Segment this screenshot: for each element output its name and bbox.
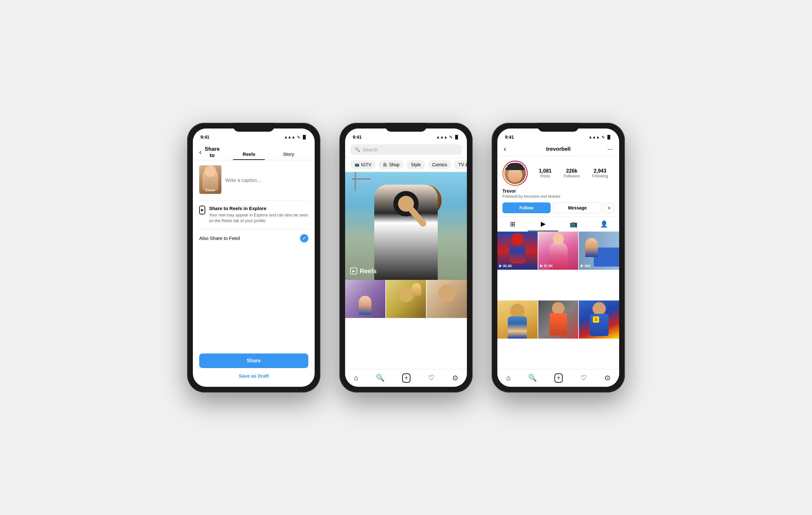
signal-icon-3: ▲▲▲ bbox=[588, 135, 600, 139]
grid-item-4[interactable] bbox=[497, 301, 538, 339]
tab-story[interactable]: Story bbox=[269, 148, 308, 160]
play-icon-1 bbox=[499, 264, 502, 267]
view-count-1: 30.2K bbox=[499, 264, 512, 268]
back-button[interactable]: ‹ bbox=[199, 148, 201, 156]
view-count-3: 45K bbox=[581, 264, 590, 268]
cover-thumbnail[interactable]: Cover bbox=[199, 165, 222, 194]
mini-cell-2 bbox=[386, 280, 426, 318]
grid-item-5[interactable] bbox=[538, 301, 579, 339]
status-icons-1: ▲▲▲ ∿ ▐▌ bbox=[284, 135, 307, 139]
signal-icon-2: ▲▲▲ bbox=[436, 135, 447, 139]
home-icon-p3[interactable]: ⌂ bbox=[506, 374, 510, 382]
stat-posts: 1,081 Posts bbox=[539, 168, 552, 178]
battery-icon-2: ▐▌ bbox=[454, 135, 459, 139]
gym-img bbox=[538, 301, 579, 339]
also-share-label: Also Share to Feed bbox=[199, 235, 240, 241]
heart-icon-p3[interactable]: ♡ bbox=[580, 374, 587, 382]
share-button[interactable]: Share bbox=[199, 353, 308, 368]
stat-posts-label: Posts bbox=[539, 174, 552, 178]
category-style[interactable]: Style bbox=[406, 160, 425, 169]
wifi-icon-2: ∿ bbox=[449, 135, 452, 139]
main-explore-image: ▶ Reels bbox=[345, 172, 467, 280]
tab-grid[interactable]: ⊞ bbox=[497, 217, 528, 231]
add-icon-p2[interactable]: + bbox=[402, 373, 411, 383]
signal-icon: ▲▲▲ bbox=[284, 135, 295, 139]
search-bar[interactable]: 🔍 Search bbox=[350, 144, 462, 155]
home-icon-p2[interactable]: ⌂ bbox=[354, 374, 358, 382]
profile-info-row: 1,081 Posts 226k Followers 2,943 Followi… bbox=[497, 156, 619, 189]
share-explore-row: ▶ Share to Reels in Explore Your reel ma… bbox=[199, 200, 308, 229]
search-nav-icon-p2[interactable]: 🔍 bbox=[376, 374, 384, 382]
reels-icon-small: ▶ bbox=[199, 206, 205, 214]
stat-posts-num: 1,081 bbox=[539, 168, 552, 174]
search-icon-p3[interactable]: 🔍 bbox=[528, 374, 537, 382]
boy-img bbox=[497, 301, 538, 339]
battery-icon-3: ▐▌ bbox=[606, 135, 612, 139]
category-shop[interactable]: 🛍️ Shop bbox=[378, 160, 404, 169]
basketball-scene: ▶ Reels bbox=[345, 172, 467, 280]
profile-icon-p3[interactable]: ⊙ bbox=[605, 374, 610, 382]
profile-display-name: Trevor bbox=[502, 189, 614, 194]
status-time-1: 9:41 bbox=[200, 135, 209, 140]
avatar bbox=[503, 162, 527, 185]
play-icon-3 bbox=[581, 264, 583, 267]
category-igtv[interactable]: 📺 IGTV bbox=[350, 160, 376, 169]
view-count-2: 37.3K bbox=[540, 264, 553, 268]
stat-followers: 226k Followers bbox=[563, 168, 580, 178]
avatar-ring bbox=[502, 161, 528, 186]
also-share-checkbox[interactable]: ✓ bbox=[300, 234, 308, 242]
profile-tabs-row: ⊞ ▶ 📺 👤 bbox=[497, 217, 619, 232]
phones-container: 9:41 ▲▲▲ ∿ ▐▌ ‹ Share to Reels Story bbox=[187, 123, 625, 393]
notch-2 bbox=[385, 123, 427, 132]
explore-grid: ▶ Reels bbox=[345, 172, 467, 369]
also-share-row: Also Share to Feed ✓ bbox=[199, 229, 308, 248]
tab-tagged[interactable]: 👤 bbox=[589, 217, 619, 231]
followed-by-text: Followed by kenzoere and eloears bbox=[502, 194, 614, 199]
share-header: ‹ Share to Reels Story bbox=[193, 142, 315, 160]
avatar-hat bbox=[507, 163, 523, 169]
caption-input[interactable] bbox=[225, 165, 308, 194]
profile-header-bar: ‹ trevorbell ··· bbox=[497, 142, 619, 156]
phone3-content: ‹ trevorbell ··· 1,081 bbox=[497, 142, 619, 387]
stat-following-num: 2,943 bbox=[592, 168, 608, 174]
caption-row: Cover bbox=[199, 165, 308, 194]
phone-2: 9:41 ▲▲▲ ∿ ▐▌ 🔍 Search 📺 IGT bbox=[339, 123, 473, 393]
category-comics[interactable]: Comics bbox=[428, 160, 452, 169]
mini-cell-3 bbox=[427, 280, 467, 318]
grid-item-2[interactable]: 37.3K bbox=[538, 232, 579, 270]
profile-icon-p2[interactable]: ⊙ bbox=[452, 374, 458, 382]
phone2-navbar: ⌂ 🔍 + ♡ ⊙ bbox=[345, 369, 467, 387]
grid-item-1[interactable]: 30.2K bbox=[497, 232, 538, 270]
search-placeholder: Search bbox=[362, 147, 378, 152]
grid-item-3[interactable]: 45K bbox=[579, 232, 619, 270]
wifi-icon-3: ∿ bbox=[601, 135, 605, 139]
phone-1: 9:41 ▲▲▲ ∿ ▐▌ ‹ Share to Reels Story bbox=[187, 123, 320, 393]
add-icon-p3[interactable]: + bbox=[554, 373, 563, 383]
grid-item-6[interactable]: S bbox=[579, 301, 619, 339]
search-bar-row: 🔍 Search bbox=[345, 142, 467, 158]
stat-followers-num: 226k bbox=[563, 168, 580, 174]
tab-reels[interactable]: Reels bbox=[229, 148, 269, 160]
tab-igtv-profile[interactable]: 📺 bbox=[558, 217, 589, 231]
follow-button[interactable]: Follow bbox=[502, 202, 551, 213]
more-options-button[interactable]: ··· bbox=[607, 145, 613, 153]
category-tv[interactable]: TV & Movie bbox=[454, 160, 467, 169]
profile-back-button[interactable]: ‹ bbox=[504, 145, 506, 153]
message-button[interactable]: Message bbox=[553, 202, 602, 213]
dropdown-button[interactable]: ∨ bbox=[604, 202, 614, 213]
stat-following: 2,943 Following bbox=[592, 168, 608, 178]
share-title: Share to bbox=[205, 146, 220, 159]
search-icon: 🔍 bbox=[355, 147, 360, 152]
profile-name-row: Trevor Followed by kenzoere and eloears bbox=[497, 189, 619, 200]
action-buttons-row: Follow Message ∨ bbox=[497, 200, 619, 217]
categories-row: 📺 IGTV 🛍️ Shop Style Comics TV & Movie bbox=[345, 158, 467, 172]
stats-row: 1,081 Posts 226k Followers 2,943 Followi… bbox=[533, 168, 614, 178]
status-icons-3: ▲▲▲ ∿ ▐▌ bbox=[588, 135, 612, 139]
tab-reels-profile[interactable]: ▶ bbox=[528, 217, 558, 231]
notch-3 bbox=[538, 123, 579, 132]
share-explore-title: Share to Reels in Explore bbox=[209, 206, 308, 211]
heart-icon-p2[interactable]: ♡ bbox=[428, 374, 435, 382]
save-draft-button[interactable]: Save as Draft bbox=[199, 371, 308, 380]
profile-grid: 30.2K 37.3K bbox=[497, 232, 619, 369]
mini-cell-1 bbox=[345, 280, 385, 318]
